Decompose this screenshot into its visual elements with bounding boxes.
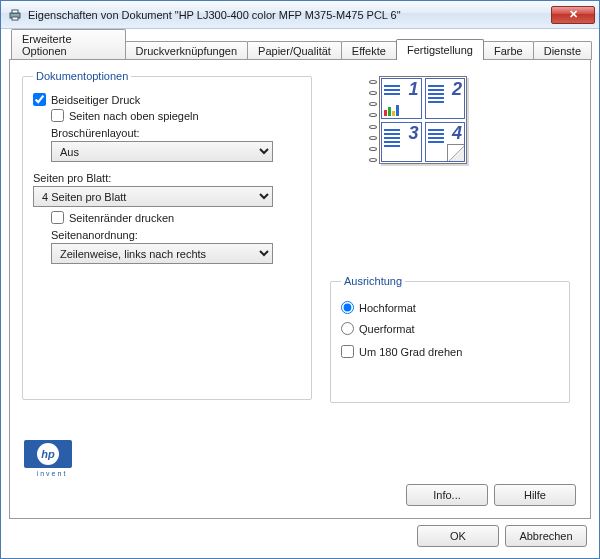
help-button[interactable]: Hilfe [494,484,576,506]
tab-paper-quality[interactable]: Papier/Qualität [247,41,342,60]
label-flip-up: Seiten nach oben spiegeln [69,110,199,122]
select-page-order[interactable]: Zeilenweise, links nach rechts [51,243,273,264]
info-button[interactable]: Info... [406,484,488,506]
tab-strip: Erweiterte Optionen Druckverknüpfungen P… [11,37,591,59]
inner-button-row: Info... Hilfe [406,484,576,506]
printer-icon [7,7,23,23]
preview-page-3: 3 [381,122,422,163]
preview-page-4: 4 [425,122,466,163]
window-title: Eigenschaften von Dokument "HP LJ300-400… [28,9,551,21]
label-duplex: Beidseitiger Druck [51,94,140,106]
svg-rect-2 [12,17,18,20]
group-document-options: Dokumentoptionen Beidseitiger Druck Seit… [22,70,312,400]
label-booklet: Broschürenlayout: [51,127,301,139]
label-portrait: Hochformat [359,302,416,314]
preview-number-4: 4 [452,123,462,144]
select-booklet[interactable]: Aus [51,141,273,162]
preview-4up: 1 2 3 4 [375,76,465,166]
dialog-button-row: OK Abbrechen [9,519,591,547]
client-area: Erweiterte Optionen Druckverknüpfungen P… [1,29,599,558]
tab-color[interactable]: Farbe [483,41,534,60]
tab-shortcuts[interactable]: Druckverknüpfungen [125,41,249,60]
preview-page-1: 1 [381,78,422,119]
preview-grid: 1 2 3 4 [381,78,465,162]
left-column: Dokumentoptionen Beidseitiger Druck Seit… [22,70,312,400]
legend-document-options: Dokumentoptionen [33,70,131,82]
preview-number-3: 3 [408,123,418,144]
tab-advanced[interactable]: Erweiterte Optionen [11,29,126,60]
tab-page-finishing: Dokumentoptionen Beidseitiger Druck Seit… [9,59,591,519]
label-print-borders: Seitenränder drucken [69,212,174,224]
preview-number-1: 1 [408,79,418,100]
label-landscape: Querformat [359,323,415,335]
hp-logo-text: hp [37,443,59,465]
preview-page-2: 2 [425,78,466,119]
label-rotate-180: Um 180 Grad drehen [359,346,462,358]
label-pages-per-sheet: Seiten pro Blatt: [33,172,301,184]
hp-logo: hp invent [24,440,80,476]
radio-landscape[interactable] [341,322,354,335]
close-button[interactable]: ✕ [551,6,595,24]
select-pages-per-sheet[interactable]: 4 Seiten pro Blatt [33,186,273,207]
dialog-window: Eigenschaften von Dokument "HP LJ300-400… [0,0,600,559]
page-fold-icon [447,144,465,162]
hp-logo-sub: invent [24,470,80,477]
group-orientation: Ausrichtung Hochformat Querformat Um 180… [330,275,570,403]
checkbox-flip-up[interactable] [51,109,64,122]
tab-effects[interactable]: Effekte [341,41,397,60]
preview-number-2: 2 [452,79,462,100]
legend-orientation: Ausrichtung [341,275,405,287]
tab-services[interactable]: Dienste [533,41,592,60]
ok-button[interactable]: OK [417,525,499,547]
svg-rect-1 [12,10,18,13]
label-page-order: Seitenanordnung: [51,229,301,241]
close-icon: ✕ [569,8,578,21]
spiral-binding-icon [369,76,379,166]
titlebar: Eigenschaften von Dokument "HP LJ300-400… [1,1,599,29]
cancel-button[interactable]: Abbrechen [505,525,587,547]
checkbox-duplex[interactable] [33,93,46,106]
orientation-area: Ausrichtung Hochformat Querformat Um 180… [330,275,570,403]
checkbox-rotate-180[interactable] [341,345,354,358]
preview-area: 1 2 3 4 [330,72,570,166]
tab-finishing[interactable]: Fertigstellung [396,39,484,60]
radio-portrait[interactable] [341,301,354,314]
checkbox-print-borders[interactable] [51,211,64,224]
